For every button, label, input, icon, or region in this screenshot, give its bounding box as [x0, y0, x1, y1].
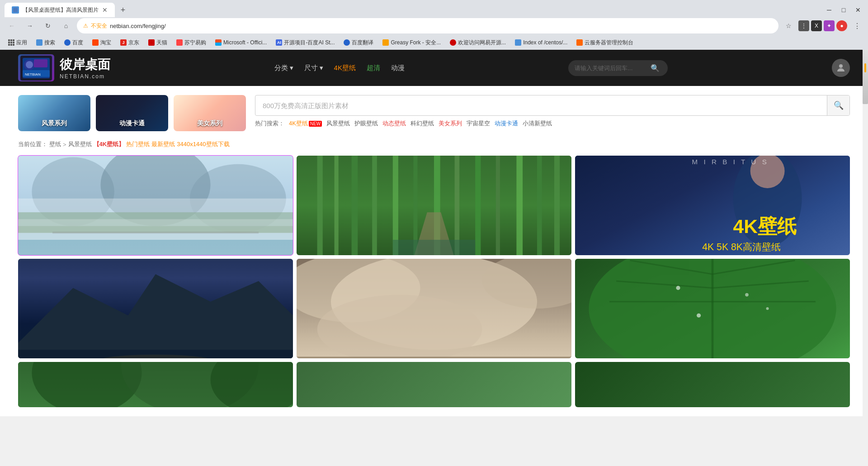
bookmark-centos[interactable]: Index of /centos/... — [511, 38, 571, 47]
home-button[interactable]: ⌂ — [59, 19, 73, 33]
bookmark-jd[interactable]: J 京东 — [117, 38, 143, 48]
breadcrumb-3440[interactable]: 3440x1440壁纸下载 — [177, 140, 229, 148]
forward-button[interactable]: → — [23, 19, 37, 33]
dropdown-arrow-icon: ▾ — [290, 64, 293, 72]
address-bar-row: ← → ↻ ⌂ ⚠ 不安全 netbian.com/fengjing/ ☆ ⋮ … — [0, 16, 868, 36]
image-anime-4k: 4K壁纸 4K 5K 8K高清壁纸 M I R B I T U S — [575, 156, 850, 255]
scrollbar-thumb[interactable] — [863, 50, 868, 104]
bookmark-microsoft[interactable]: Microsoft - Offici... — [212, 38, 270, 47]
image-item-mist-landscape[interactable] — [18, 156, 293, 255]
bookmark-fanyi[interactable]: 百度翻译 — [340, 38, 377, 48]
breadcrumb-new[interactable]: 最新壁纸 — [151, 140, 175, 148]
bookmark-cloud[interactable]: 云服务器管理控制台 — [573, 38, 637, 48]
image-item-anime-4k[interactable]: 4K壁纸 4K 5K 8K高清壁纸 M I R B I T U S — [575, 156, 850, 255]
image-clouds — [297, 259, 571, 358]
nav-item-category[interactable]: 分类 ▾ — [274, 64, 293, 72]
svg-rect-59 — [297, 357, 571, 358]
bookmark-apps[interactable]: 应用 — [5, 38, 31, 48]
minimize-button[interactable]: ─ — [824, 5, 835, 15]
extension-icon-3[interactable]: ✦ — [824, 20, 835, 31]
bookmark-taobao[interactable]: 淘宝 — [89, 38, 115, 48]
bookmark-star-icon[interactable]: ☆ — [782, 19, 795, 32]
category-card-landscape[interactable]: 风景系列 — [18, 95, 90, 131]
svg-point-4 — [26, 61, 33, 68]
header-search[interactable]: 🔍 — [568, 60, 668, 76]
close-button[interactable]: ✕ — [853, 5, 863, 15]
hot-tag-4k[interactable]: 4K壁纸NEW — [289, 119, 322, 128]
window-controls: ─ □ ✕ — [824, 5, 863, 15]
breadcrumb-landscape[interactable]: 风景壁纸 — [68, 140, 92, 148]
main-search-button[interactable]: 🔍 — [827, 95, 849, 116]
image-item-placeholder-1[interactable] — [297, 362, 571, 407]
hot-tag-landscape[interactable]: 风景壁纸 — [326, 119, 350, 128]
new-tab-button[interactable]: + — [117, 4, 129, 16]
category-label-beauty: 美女系列 — [174, 119, 246, 128]
image-item-forest-bottom[interactable] — [18, 362, 293, 407]
user-avatar[interactable] — [832, 59, 850, 77]
hot-tag-space[interactable]: 宇宙星空 — [467, 119, 490, 128]
bookmark-baidu-ai[interactable]: AI 开源项目-百度AI St... — [272, 38, 338, 48]
bookmark-search[interactable]: 搜索 — [33, 38, 59, 48]
extension-icon-2[interactable]: X — [811, 20, 822, 31]
tab-close-button[interactable]: ✕ — [102, 6, 108, 14]
security-warning-text: 不安全 — [91, 22, 107, 30]
logo-text: 彼岸桌面 NETBIAN.com — [60, 56, 110, 80]
main-search-input[interactable] — [255, 102, 827, 109]
category-label-anime: 动漫卡通 — [96, 119, 168, 128]
tab-title: 【风景桌面壁纸】高清风景图片 — [23, 6, 99, 14]
nav-item-hd[interactable]: 超清 — [367, 64, 380, 72]
breadcrumb-wallpaper[interactable]: 壁纸 — [49, 140, 61, 148]
extension-icon-1[interactable]: ⋮ — [798, 20, 809, 31]
nav-item-size[interactable]: 尺寸 ▾ — [304, 64, 323, 72]
svg-point-72 — [766, 307, 769, 310]
image-item-fern[interactable] — [575, 259, 850, 358]
image-item-night-mountain[interactable] — [18, 259, 293, 358]
hot-tag-eyecare[interactable]: 护眼壁纸 — [354, 119, 378, 128]
image-item-bamboo[interactable] — [297, 156, 571, 255]
svg-point-8 — [839, 64, 843, 68]
back-button[interactable]: ← — [5, 19, 19, 33]
image-forest-bottom — [18, 362, 293, 407]
scrollbar-track — [863, 50, 868, 466]
image-item-clouds[interactable] — [297, 259, 571, 358]
image-item-placeholder-2[interactable] — [575, 362, 850, 407]
bookmark-greasy-fork[interactable]: Greasy Fork - 安全... — [379, 38, 444, 48]
header-search-input[interactable] — [575, 65, 647, 71]
content-area: 风景系列 动漫卡通 美女系列 🔍 热门搜索： 4K壁纸NEW 风景壁纸 — [0, 86, 868, 416]
category-card-anime[interactable]: 动漫卡通 — [96, 95, 168, 131]
bookmark-suning[interactable]: 苏宁易购 — [173, 38, 210, 48]
url-text: netbian.com/fengjing/ — [110, 23, 772, 29]
main-search-box[interactable]: 🔍 — [255, 95, 850, 116]
breadcrumb-hot[interactable]: 热门壁纸 — [126, 140, 150, 148]
browser-chrome: 【风景桌面壁纸】高清风景图片 ✕ + ─ □ ✕ ← → ↻ ⌂ ⚠ 不安全 n… — [0, 0, 868, 50]
browser-tab[interactable]: 【风景桌面壁纸】高清风景图片 ✕ — [5, 3, 115, 17]
refresh-button[interactable]: ↻ — [41, 19, 55, 33]
svg-point-76 — [211, 362, 293, 407]
hot-tag-scifi[interactable]: 科幻壁纸 — [410, 119, 434, 128]
extension-icon-4[interactable]: ● — [836, 20, 847, 31]
nav-menu: 分类 ▾ 尺寸 ▾ 4K壁纸 超清 动漫 — [274, 64, 405, 72]
site-header: NETBIAN 彼岸桌面 NETBIAN.com 分类 ▾ 尺寸 ▾ 4K壁纸 … — [0, 50, 868, 86]
header-search-icon: 🔍 — [651, 64, 660, 72]
category-card-beauty[interactable]: 美女系列 — [174, 95, 246, 131]
logo-name: 彼岸桌面 — [60, 56, 110, 73]
logo-image: NETBIAN — [18, 54, 54, 81]
hero-section: 风景系列 动漫卡通 美女系列 🔍 热门搜索： 4K壁纸NEW 风景壁纸 — [18, 95, 850, 131]
scrollbar-orange-indicator — [864, 63, 866, 72]
hot-searches: 热门搜索： 4K壁纸NEW 风景壁纸 护眼壁纸 动态壁纸 科幻壁纸 美女系列 宇… — [255, 119, 850, 128]
hot-tag-anime[interactable]: 动漫卡通 — [495, 119, 518, 128]
svg-rect-0 — [13, 8, 18, 12]
bookmarks-bar: 应用 搜索 百度 淘宝 J 京东 天猫 苏宁易购 Microsoft - Off — [0, 36, 868, 50]
bookmark-baidu[interactable]: 百度 — [61, 38, 87, 48]
bookmark-tianmao[interactable]: 天猫 — [145, 38, 171, 48]
address-bar[interactable]: ⚠ 不安全 netbian.com/fengjing/ — [77, 18, 778, 33]
maximize-button[interactable]: □ — [838, 5, 849, 15]
hot-tag-fresh[interactable]: 小清新壁纸 — [523, 119, 552, 128]
nav-item-anime[interactable]: 动漫 — [391, 64, 405, 72]
hot-tag-beauty[interactable]: 美女系列 — [439, 119, 462, 128]
bookmark-netease[interactable]: 欢迎访问网易开源... — [446, 38, 509, 48]
svg-point-69 — [676, 286, 680, 290]
hot-tag-dynamic[interactable]: 动态壁纸 — [382, 119, 406, 128]
nav-item-4k[interactable]: 4K壁纸 — [334, 64, 356, 72]
more-menu-button[interactable]: ⋮ — [851, 19, 863, 32]
